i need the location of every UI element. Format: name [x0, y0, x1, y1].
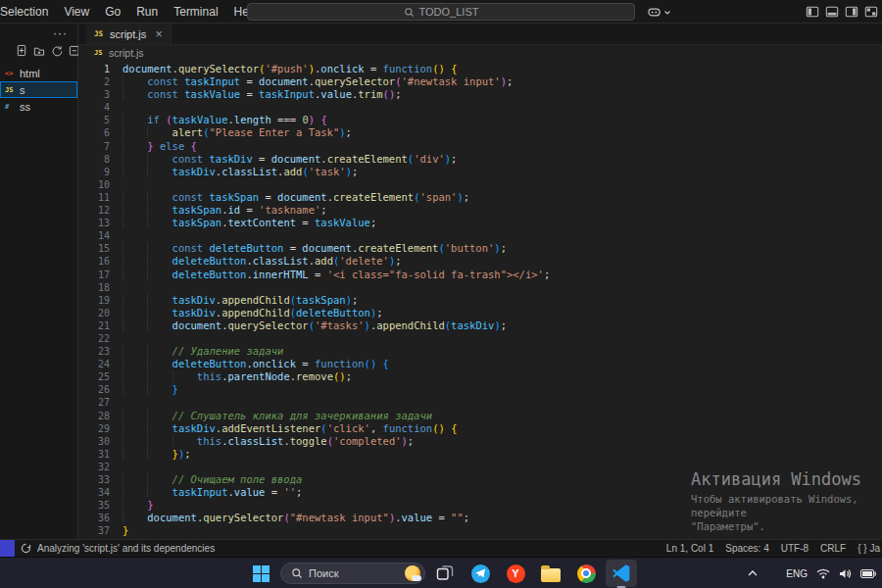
- code-text: taskDiv.appendChild(taskSpan);: [122, 294, 358, 306]
- menu-go[interactable]: Go: [97, 0, 128, 24]
- toggle-secondary-sidebar-icon[interactable]: [845, 5, 858, 19]
- line-number: 25: [84, 370, 110, 383]
- language-mode[interactable]: { } Ja: [858, 543, 880, 554]
- code-line[interactable]: 33 // Очищаем поле ввода: [84, 473, 882, 486]
- line-number: 32: [84, 461, 110, 473]
- file-explorer-icon[interactable]: [535, 560, 566, 587]
- tray-chevron-up-icon[interactable]: [748, 570, 758, 576]
- command-center-search[interactable]: TODO_LIST: [247, 3, 635, 21]
- toggle-panel-icon[interactable]: [825, 5, 839, 19]
- toggle-primary-sidebar-icon[interactable]: [806, 5, 819, 19]
- code-line[interactable]: 31 });: [84, 448, 882, 461]
- code-line[interactable]: 25 this.parentNode.remove();: [84, 370, 882, 383]
- layout-controls: [806, 5, 878, 19]
- code-editor[interactable]: 1document.querySelector('#push').onclick…: [78, 61, 882, 539]
- chrome-icon[interactable]: [570, 560, 602, 587]
- line-number: 23: [84, 345, 110, 358]
- more-actions-icon[interactable]: ···: [53, 28, 68, 38]
- code-line[interactable]: 23 // Удаление задачи: [84, 345, 882, 358]
- code-line[interactable]: 21 document.querySelector('#tasks').appe…: [84, 319, 882, 332]
- code-line[interactable]: 19 taskDiv.appendChild(taskSpan);: [84, 294, 882, 307]
- explorer-sidebar: ··· <> html JS s # ss: [0, 24, 78, 539]
- code-text: document.querySelector("#newtask input")…: [122, 512, 469, 523]
- code-line[interactable]: 3 const taskValue = taskInput.value.trim…: [84, 88, 882, 101]
- code-line[interactable]: 28 // Слушатель клика для зачеркивания з…: [84, 410, 882, 422]
- task-view-button[interactable]: [429, 560, 461, 587]
- wifi-icon[interactable]: [816, 568, 830, 579]
- code-line[interactable]: 30 this.classList.toggle('completed');: [84, 435, 882, 448]
- indentation[interactable]: Spaces: 4: [725, 543, 768, 554]
- code-line[interactable]: 13 taskSpan.textContent = taskValue;: [84, 217, 882, 229]
- menu-terminal[interactable]: Terminal: [166, 0, 225, 24]
- tab-script-js[interactable]: JS script.js ×: [86, 24, 172, 44]
- line-number: 18: [84, 281, 110, 294]
- start-button[interactable]: [245, 560, 276, 587]
- code-line[interactable]: 27: [84, 396, 882, 409]
- windows-taskbar: Поиск Y: [0, 557, 882, 588]
- code-line[interactable]: 37}: [84, 524, 882, 537]
- code-line[interactable]: 34 taskInput.value = '';: [84, 486, 882, 499]
- new-file-icon[interactable]: [16, 43, 27, 61]
- code-line[interactable]: 2 const taskInput = document.querySelect…: [84, 75, 882, 88]
- code-text: const taskValue = taskInput.value.trim()…: [122, 88, 402, 100]
- code-line[interactable]: 20 taskDiv.appendChild(deleteButton);: [84, 307, 882, 319]
- code-line[interactable]: 1document.querySelector('#push').onclick…: [84, 63, 882, 75]
- code-line[interactable]: 18: [84, 281, 882, 294]
- task-view-icon: [436, 564, 454, 582]
- code-text: }: [122, 383, 178, 395]
- taskbar-search[interactable]: Поиск: [280, 563, 425, 584]
- remote-indicator[interactable]: [0, 540, 15, 558]
- status-left: Analyzing 'script.js' and its dependenci…: [0, 540, 666, 558]
- code-line[interactable]: 29 taskDiv.addEventListener('click', fun…: [84, 422, 882, 435]
- line-number: 15: [84, 242, 110, 255]
- telegram-app-icon[interactable]: [465, 560, 496, 587]
- code-line[interactable]: 6 alert("Please Enter a Task");: [84, 126, 882, 139]
- code-line[interactable]: 22: [84, 332, 882, 345]
- code-line[interactable]: 35 }: [84, 499, 882, 512]
- code-line[interactable]: 15 const deleteButton = document.createE…: [84, 242, 882, 255]
- tab-label: script.js: [110, 28, 146, 40]
- copilot-icon[interactable]: [647, 5, 671, 20]
- code-line[interactable]: 32: [84, 461, 882, 473]
- code-line[interactable]: 12 taskSpan.id = 'taskname';: [84, 204, 882, 217]
- volume-icon[interactable]: [839, 568, 852, 579]
- code-line[interactable]: 5 if (taskValue.length === 0) {: [84, 114, 882, 126]
- code-line[interactable]: 17 deleteButton.innerHTML = '<i class="f…: [84, 269, 882, 281]
- eol-sequence[interactable]: CRLF: [820, 543, 846, 554]
- menu-selection[interactable]: Selection: [0, 0, 56, 24]
- line-number: 6: [84, 126, 110, 139]
- line-number: 7: [84, 140, 110, 153]
- code-line[interactable]: 36 document.querySelector("#newtask inpu…: [84, 512, 882, 524]
- battery-icon[interactable]: [860, 569, 876, 578]
- code-line[interactable]: 4: [84, 101, 882, 114]
- file-item-html[interactable]: <> html: [0, 65, 77, 81]
- encoding[interactable]: UTF-8: [781, 543, 808, 554]
- code-text: const taskDiv = document.createElement('…: [122, 153, 457, 165]
- js-file-icon: JS: [94, 29, 105, 38]
- new-folder-icon[interactable]: [33, 43, 45, 61]
- yandex-browser-icon[interactable]: Y: [500, 560, 531, 587]
- refresh-icon[interactable]: [51, 43, 63, 61]
- code-line[interactable]: 16 deleteButton.classList.add('delete');: [84, 255, 882, 268]
- line-number: 22: [84, 332, 110, 345]
- file-item-css[interactable]: # ss: [0, 98, 77, 115]
- menu-run[interactable]: Run: [128, 0, 166, 24]
- code-line[interactable]: 10: [84, 178, 882, 191]
- code-line[interactable]: 26 }: [84, 383, 882, 396]
- code-line[interactable]: 7 } else {: [84, 140, 882, 153]
- cursor-position[interactable]: Ln 1, Col 1: [666, 543, 713, 554]
- language-indicator[interactable]: ENG: [786, 568, 808, 579]
- file-item-script-js-selected[interactable]: JS s: [0, 81, 77, 98]
- code-line[interactable]: 8 const taskDiv = document.createElement…: [84, 153, 882, 166]
- code-line[interactable]: 11 const taskSpan = document.createEleme…: [84, 191, 882, 204]
- customize-layout-icon[interactable]: [864, 5, 878, 19]
- code-line[interactable]: 24 deleteButton.onclick = function() {: [84, 358, 882, 370]
- vscode-icon[interactable]: [606, 560, 637, 587]
- status-message[interactable]: Analyzing 'script.js' and its dependenci…: [37, 543, 215, 554]
- code-line[interactable]: 14: [84, 229, 882, 242]
- menu-view[interactable]: View: [56, 0, 97, 24]
- breadcrumb[interactable]: JS script.js: [78, 45, 882, 61]
- weather-icon: [405, 565, 420, 581]
- code-line[interactable]: 9 taskDiv.classList.add('task');: [84, 166, 882, 178]
- close-tab-icon[interactable]: ×: [155, 26, 163, 41]
